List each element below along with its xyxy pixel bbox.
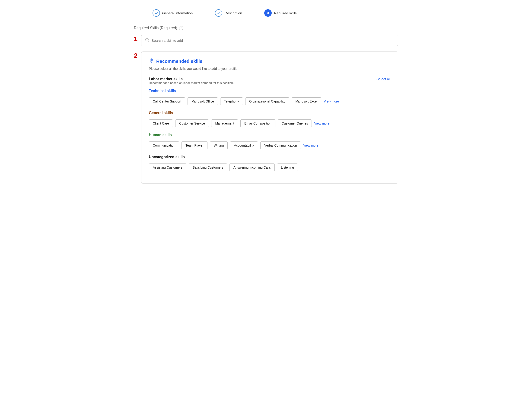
human-skills-section: Human skills Communication Team Player W… xyxy=(149,133,390,149)
select-all-link[interactable]: Select all xyxy=(376,77,391,81)
step-connector-1 xyxy=(195,13,213,13)
human-skills-tags: Communication Team Player Writing Accoun… xyxy=(149,141,390,149)
rec-row: 2 Recommended skills Please select all t… xyxy=(134,51,398,184)
skill-tag-microsoft-excel[interactable]: Microsoft Excel xyxy=(292,97,322,105)
human-skills-header: Human skills xyxy=(149,133,390,137)
technical-skills-header: Technical skills xyxy=(149,89,390,93)
skill-tag-team-player[interactable]: Team Player xyxy=(182,141,208,149)
labor-title: Labor market skills xyxy=(149,77,234,81)
skill-tag-telephony[interactable]: Telephony xyxy=(220,97,243,105)
human-view-more[interactable]: View more xyxy=(303,144,318,147)
skill-tag-microsoft-office[interactable]: Microsoft Office xyxy=(188,97,218,105)
step-label-general: General information xyxy=(162,11,193,15)
general-skills-tags: Client Care Customer Service Management … xyxy=(149,119,390,127)
technical-divider xyxy=(149,94,390,94)
stepper: General information Description 3 Requir… xyxy=(134,9,398,17)
skill-tag-answering-incoming-calls[interactable]: Answering Incoming Calls xyxy=(229,164,275,171)
step-description: Description xyxy=(215,9,242,17)
skill-tag-accountability[interactable]: Accountability xyxy=(230,141,258,149)
human-divider xyxy=(149,138,390,138)
lightbulb-icon xyxy=(149,58,154,64)
technical-skills-tags: Call Center Support Microsoft Office Tel… xyxy=(149,97,390,105)
skill-tag-satisfying-customers[interactable]: Satisfying Customers xyxy=(189,164,227,171)
skill-tag-assisting-customers[interactable]: Assisting Customers xyxy=(149,164,186,171)
svg-line-1 xyxy=(148,41,149,42)
step-label-description: Description xyxy=(225,11,242,15)
rec-subtitle: Please select all the skills you would l… xyxy=(149,67,390,71)
search-input[interactable] xyxy=(152,38,394,42)
recommended-skills-card: Recommended skills Please select all the… xyxy=(141,51,398,184)
uncategorized-skills-header: Uncategorized skills xyxy=(149,155,390,159)
search-row: 1 xyxy=(134,35,398,46)
skill-tag-customer-queries[interactable]: Customer Queries xyxy=(278,119,312,127)
general-skills-title: General skills xyxy=(149,111,173,115)
rec-title: Recommended skills xyxy=(156,59,202,64)
step-general: General information xyxy=(152,9,193,17)
skill-tag-listening[interactable]: Listening xyxy=(277,164,298,171)
labor-info: Labor market skills Recommended based on… xyxy=(149,77,234,88)
skill-tag-call-center-support[interactable]: Call Center Support xyxy=(149,97,185,105)
technical-skills-section: Technical skills Call Center Support Mic… xyxy=(149,89,390,105)
info-icon[interactable]: i xyxy=(179,26,183,30)
skill-tag-verbal-communication[interactable]: Verbal Communication xyxy=(260,141,301,149)
step-number-2: 2 xyxy=(134,52,138,59)
skill-tag-customer-service[interactable]: Customer Service xyxy=(175,119,209,127)
uncategorized-skills-tags: Assisting Customers Satisfying Customers… xyxy=(149,164,390,171)
step-circle-description xyxy=(215,9,222,17)
skill-tag-client-care[interactable]: Client Care xyxy=(149,119,173,127)
step-circle-skills: 3 xyxy=(264,9,272,17)
step-connector-2 xyxy=(244,13,262,13)
search-box xyxy=(141,35,398,46)
general-view-more[interactable]: View more xyxy=(314,122,329,125)
rec-header: Recommended skills xyxy=(149,58,390,64)
general-divider xyxy=(149,116,390,116)
uncategorized-skills-title: Uncategorized skills xyxy=(149,155,185,159)
labor-header-row: Labor market skills Recommended based on… xyxy=(149,77,390,88)
page-container: General information Description 3 Requir… xyxy=(120,0,412,193)
skill-tag-email-composition[interactable]: Email Composition xyxy=(240,119,275,127)
skill-tag-management[interactable]: Management xyxy=(211,119,238,127)
search-icon xyxy=(145,38,149,43)
general-skills-header: General skills xyxy=(149,111,390,115)
step-skills: 3 Required skills xyxy=(264,9,297,17)
general-skills-section: General skills Client Care Customer Serv… xyxy=(149,111,390,127)
technical-view-more[interactable]: View more xyxy=(324,99,339,103)
uncategorized-skills-section: Uncategorized skills Assisting Customers… xyxy=(149,155,390,171)
labor-description: Recommended based on labor market demand… xyxy=(149,81,234,85)
skill-tag-communication[interactable]: Communication xyxy=(149,141,179,149)
step-circle-general xyxy=(152,9,160,17)
section-title: Required Skills (Required) xyxy=(134,26,177,30)
uncategorized-divider xyxy=(149,160,390,160)
step-label-skills: Required skills xyxy=(274,11,297,15)
skill-tag-writing[interactable]: Writing xyxy=(210,141,228,149)
step-number-1: 1 xyxy=(134,35,138,43)
skill-tag-organizational-capability[interactable]: Organizational Capability xyxy=(245,97,289,105)
human-skills-title: Human skills xyxy=(149,133,172,137)
svg-point-0 xyxy=(146,38,148,41)
required-skills-header: Required Skills (Required) i xyxy=(134,26,398,30)
technical-skills-title: Technical skills xyxy=(149,89,176,93)
